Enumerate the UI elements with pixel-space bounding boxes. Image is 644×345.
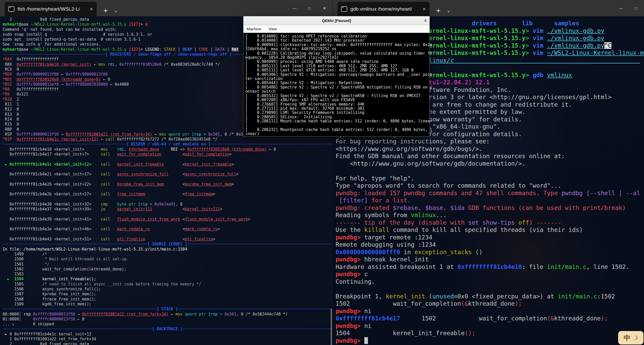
terminal-line: 1500 * Wait until kthreadd is all set-up… xyxy=(3,257,332,262)
left-window-controls: — □ ✕ xyxy=(287,0,332,16)
minimize-button[interactable]: — xyxy=(287,6,302,10)
terminal-icon xyxy=(341,6,347,12)
close-tab-icon[interactable]: ✕ xyxy=(423,7,426,12)
terminal-line: pwndbg> c xyxy=(336,270,644,278)
terminal-line: ► 0xffffffff81cb4e1c <kernel_init+12> ca… xyxy=(3,162,332,167)
close-button[interactable]: ✕ xyxy=(317,6,332,11)
terminal-line: [ 0.286232] Mountpoint-cache hash table … xyxy=(245,128,430,132)
terminal-line: Reading symbols from vmlinux... xyxy=(336,211,644,219)
terminal-line: ) xyxy=(245,123,430,128)
terminal-line xyxy=(3,212,332,217)
terminal-line: [ 0.005111] Last level iTLB entries: 4KB… xyxy=(245,64,430,68)
terminal-line: [ 0.004999] process: using AMD E400 awar… xyxy=(245,60,430,64)
terminal-line: [ 0.007209] x86/fpu: x87 FPU will use FX… xyxy=(245,98,430,102)
terminal-line: 00:0000│ rsp 0xffffc90000013f50 → 0xffff… xyxy=(3,312,332,317)
terminal-line: 0xffffffff81cb4e2b <kernel_init+27> call… xyxy=(3,192,332,197)
menu-item-view[interactable]: View xyxy=(269,27,277,31)
tab-title: fish /home/myheart/WSL2-Li xyxy=(18,6,87,12)
terminal-line: [ 0.014000] tsc: using HPET reference ca… xyxy=(245,34,430,38)
terminal-line: 1 0xffffffff81001a22 ret_from_fork+34 xyxy=(3,337,332,342)
tab-fish[interactable]: fish /home/myheart/WSL2-Li ✕ xyxy=(5,2,97,16)
terminal-line: ► 0 0xffffffff81cb4e1c kernel_init+12 xyxy=(3,332,332,337)
terminal-line xyxy=(336,167,644,175)
terminal-line: <https://www.gnu.org/software/gdb/bugs/>… xyxy=(336,145,644,153)
terminal-line: 0xffffffff81cb4e39 <kernel_init+41> call… xyxy=(3,217,332,222)
terminal-line: Hardware assisted breakpoint 1 at 0xffff… xyxy=(336,263,644,271)
terminal-line: [ 0.000941] clocksource: tsc-early: mask… xyxy=(245,43,430,47)
terminal-line: [ 0.001228] Calibrating delay loop (skip… xyxy=(245,51,430,55)
terminal-line: In file: /home/myheart/WSL2-Linux-Kernel… xyxy=(3,247,332,252)
terminal-line xyxy=(3,167,332,172)
terminal-line: [ 0.014000] tsc: Detected 2927.143 MHz p… xyxy=(245,38,430,42)
terminal-line: 0xffffffff81cb4e17 <kernel_init+7> call … xyxy=(3,152,332,157)
terminal-line: 1509 kgdb_free_init_mem(); xyxy=(3,302,332,307)
terminal-line: 1502 wait_for_completion(&kthreadd_done)… xyxy=(336,300,644,307)
terminal-line: 0x000000000000fff0 in exception_stacks (… xyxy=(336,248,644,256)
terminal-line: 0xffffffff81cb4e43 <kernel_init+51> call… xyxy=(3,237,332,242)
terminal-line xyxy=(3,177,332,182)
terminal-line xyxy=(3,157,332,162)
terminal-line: [ 0.005444] Spectre V2 : Mitigation: Ret… xyxy=(245,81,430,85)
maximize-button[interactable]: □ xyxy=(302,6,317,10)
tab-gdb[interactable]: gdb vmlinux /home/myheart/ ✕ xyxy=(337,2,430,16)
close-tab-icon[interactable]: ✕ xyxy=(90,7,93,12)
terminal-line: Breakpoint 1, kernel_init (unused=0x0 <f… xyxy=(336,293,644,300)
terminal-line: pwndbg> xyxy=(336,337,644,344)
ime-chinese-label: 中 xyxy=(624,333,631,342)
terminal-line: [ 0.005111] Last level dTLB entries: 4KB… xyxy=(245,68,430,72)
terminal-line: ────────────────────────────────────────… xyxy=(3,307,332,312)
terminal-line: pwndbg> ni xyxy=(336,322,644,330)
terminal-line: [ 0.005306] Spectre V1 : Mitigation: use… xyxy=(245,72,430,77)
terminal-line: 316bf64b4, max_idle_ns: 440795219252 ns xyxy=(245,47,430,51)
new-tab-button[interactable]: + xyxy=(436,7,440,14)
terminal-line: 1502 wait_for_completion(&kthreadd_done)… xyxy=(3,267,332,272)
terminal-line: [ 0.286111] Mount-cache hash table entri… xyxy=(245,119,430,123)
terminal-line: 0xffffffff81cb4e21 <kernel_init+17> call… xyxy=(3,172,332,177)
maximize-button[interactable]: □ xyxy=(628,6,643,10)
minimize-button[interactable]: — xyxy=(613,6,628,10)
terminal-line: ────────────────────────────────────────… xyxy=(3,327,332,332)
terminal-line: 0xffffffff81cb4e37 <kernel_init+39> je k… xyxy=(3,207,332,212)
qemu-close-button[interactable]: x xyxy=(424,18,426,22)
terminal-line: equency.. 5854.28 BogoMIPS (lpj=2927143) xyxy=(245,55,430,60)
terminal-line: 0xffffffff81cb4e10 <kernel_init> mov rdi… xyxy=(3,147,332,152)
terminal-line: ter sanitization xyxy=(245,77,430,81)
moon-icon: ☽ xyxy=(633,335,638,341)
terminal-line xyxy=(3,232,332,237)
qemu-title-bar[interactable]: QEMU [Paused] x xyxy=(243,16,430,25)
terminal-line: 0xffffffff81cb4e26 <kernel_init+22> call… xyxy=(3,182,332,187)
qemu-menu-bar: Machine View xyxy=(243,25,430,33)
terminal-line: *RIP 0xffffffff81cb4e1c (kernel_init+12)… xyxy=(3,137,332,142)
terminal-line: 1507 kprobe_free_init_mem(); xyxy=(3,292,332,297)
terminal-line: 1504 kernel_init_freeable(); xyxy=(336,329,644,337)
terminal-line: pwndbg: created $rebase, $base, $ida GDB… xyxy=(336,204,644,212)
qemu-window-title: QEMU [Paused] xyxy=(322,18,351,23)
terminal-line: [ 0.280585] SELinux: Initializing. xyxy=(245,115,430,119)
terminal-line: pwndbg> target remote :1234 xyxy=(336,234,644,241)
terminal-line: ... ↓ 6 skipped xyxy=(3,322,332,327)
terminal-line: pwndbg> hbreak kernel_init xyxy=(336,256,644,263)
tab-dropdown-icon[interactable]: ⌄ xyxy=(447,8,450,13)
tab-dropdown-icon[interactable]: ⌄ xyxy=(114,8,117,13)
left-scrollbar-thumb[interactable] xyxy=(331,309,332,345)
terminal-line: [filter] for a list. xyxy=(336,197,644,204)
new-tab-button[interactable]: + xyxy=(103,7,108,14)
terminal-line: [ 0.276607] Freeing SMP alternatives mem… xyxy=(245,102,430,106)
terminal-line: <http://www.gnu.org/software/gdb/documen… xyxy=(336,160,644,167)
terminal-line: pwndbg: loaded 157 pwndbg commands and 4… xyxy=(336,189,644,197)
terminal-line: For help, type "help". xyxy=(336,175,644,182)
ime-indicator[interactable]: 中 ☽ xyxy=(618,331,643,344)
left-tab-bar: fish /home/myheart/WSL2-Li ✕ + ⌄ — □ ✕ xyxy=(0,0,332,16)
terminal-line: [ 0.277111] pid_max: default: 32768 mini… xyxy=(245,106,430,111)
terminal-line xyxy=(336,285,644,293)
qemu-console-output: [ 0.014000] tsc: using HPET reference ca… xyxy=(243,33,430,136)
terminal-line: [ 0.005532] Spectre V2 : Spectre v2 / Sp… xyxy=(245,94,430,98)
terminal-line: 0xffffffff81cb4e3e <kernel_init+46> call… xyxy=(3,227,332,232)
terminal-line: pwndbg> ni xyxy=(336,307,644,315)
terminal-line: ontext switch xyxy=(245,89,430,93)
terminal-line: ────────────────────────────────────────… xyxy=(3,242,332,247)
terminal-line: Remote debugging using :1234 xyxy=(336,241,644,248)
terminal-line: Continuing. xyxy=(336,278,644,285)
menu-item-machine[interactable]: Machine xyxy=(247,27,261,31)
qemu-window: QEMU [Paused] x Machine View [ 0.014000]… xyxy=(243,16,430,137)
